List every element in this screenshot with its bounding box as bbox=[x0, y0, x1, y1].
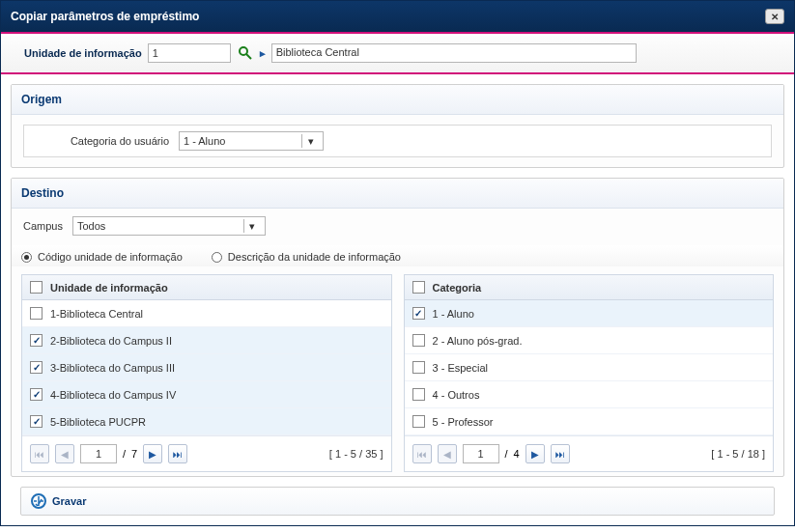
pager-total: 7 bbox=[131, 448, 137, 460]
categoria-label: Categoria do usuário bbox=[34, 135, 169, 147]
pager-slash: / bbox=[505, 448, 508, 460]
chevron-down-icon: ▾ bbox=[243, 219, 261, 233]
panels: Unidade de informação 1-Biblioteca Centr… bbox=[12, 266, 783, 476]
action-bar: Gravar bbox=[20, 487, 775, 516]
campus-value: Todos bbox=[77, 220, 105, 232]
titlebar: Copiar parâmetros de empréstimo ✕ bbox=[1, 1, 794, 34]
radio-codigo-label: Código unidade de informação bbox=[38, 251, 183, 263]
pager-range: [ 1 - 5 / 18 ] bbox=[711, 448, 765, 460]
list-item[interactable]: 3 - Especial bbox=[405, 354, 774, 381]
dialog-content: Unidade de informação ▸ Biblioteca Centr… bbox=[1, 34, 794, 525]
pager-first-button[interactable]: ⏮ bbox=[30, 444, 49, 463]
unit-panel-title: Unidade de informação bbox=[50, 282, 168, 294]
sections: Origem Categoria do usuário 1 - Aluno ▾ … bbox=[1, 74, 794, 525]
list-item[interactable]: 2-Biblioteca do Campus II bbox=[22, 327, 391, 354]
pager-last-button[interactable]: ⏭ bbox=[551, 444, 570, 463]
section-origem-body: Categoria do usuário 1 - Aluno ▾ bbox=[12, 115, 783, 167]
unit-item-checkbox[interactable] bbox=[30, 361, 43, 374]
dialog-title: Copiar parâmetros de empréstimo bbox=[11, 10, 199, 23]
pager-first-button[interactable]: ⏮ bbox=[412, 444, 432, 463]
categoria-value: 1 - Aluno bbox=[184, 135, 225, 147]
campus-select[interactable]: Todos ▾ bbox=[72, 216, 266, 236]
section-origem-header: Origem bbox=[12, 85, 783, 115]
categoria-item-checkbox[interactable] bbox=[412, 388, 425, 401]
pager-range: [ 1 - 5 / 35 ] bbox=[329, 448, 383, 460]
categoria-item-checkbox[interactable] bbox=[412, 307, 425, 320]
list-item[interactable]: 4 - Outros bbox=[405, 381, 774, 408]
pager-last-button[interactable]: ⏭ bbox=[168, 444, 187, 463]
gravar-label: Gravar bbox=[52, 495, 86, 507]
list-item[interactable]: 1-Biblioteca Central bbox=[22, 300, 391, 327]
unit-info-row: Unidade de informação ▸ Biblioteca Centr… bbox=[1, 36, 794, 74]
categoria-item-checkbox[interactable] bbox=[412, 361, 425, 374]
campus-label: Campus bbox=[23, 220, 63, 232]
unit-item-label: 1-Biblioteca Central bbox=[50, 308, 143, 320]
radio-descricao[interactable]: Descrição da unidade de informação bbox=[212, 251, 401, 263]
pager-total: 4 bbox=[514, 448, 520, 460]
list-item[interactable]: 1 - Aluno bbox=[405, 300, 774, 327]
pager-slash: / bbox=[123, 448, 126, 460]
categoria-panel-title: Categoria bbox=[433, 282, 482, 294]
categoria-select-all-checkbox[interactable] bbox=[412, 281, 425, 294]
close-icon: ✕ bbox=[771, 12, 779, 22]
section-destino: Destino Campus Todos ▾ Código unidade de… bbox=[11, 178, 784, 477]
list-item[interactable]: 3-Biblioteca do Campus III bbox=[22, 354, 391, 381]
radio-descricao-label: Descrição da unidade de informação bbox=[228, 251, 401, 263]
unit-code-input[interactable] bbox=[148, 43, 231, 63]
arrow-separator-icon: ▸ bbox=[260, 47, 266, 60]
unit-pager: ⏮ ◀ / 7 ▶ ⏭ [ 1 - 5 / 35 ] bbox=[22, 435, 391, 471]
list-item[interactable]: 5 - Professor bbox=[405, 408, 774, 435]
section-origem: Origem Categoria do usuário 1 - Aluno ▾ bbox=[11, 84, 784, 168]
categoria-item-label: 1 - Aluno bbox=[433, 308, 474, 320]
unit-item-checkbox[interactable] bbox=[30, 415, 43, 428]
unit-name-display: Biblioteca Central bbox=[271, 43, 637, 63]
categoria-item-label: 3 - Especial bbox=[433, 362, 488, 374]
section-destino-body: Campus Todos ▾ Código unidade de informa… bbox=[12, 209, 783, 476]
list-item[interactable]: 5-Biblioteca PUCPR bbox=[22, 408, 391, 435]
categoria-pager: ⏮ ◀ / 4 ▶ ⏭ [ 1 - 5 / 18 ] bbox=[405, 435, 774, 471]
categoria-select[interactable]: 1 - Aluno ▾ bbox=[179, 131, 324, 151]
categoria-item-label: 4 - Outros bbox=[433, 389, 480, 401]
pager-next-button[interactable]: ▶ bbox=[143, 444, 162, 463]
close-button[interactable]: ✕ bbox=[765, 9, 784, 24]
dialog: Copiar parâmetros de empréstimo ✕ Unidad… bbox=[0, 0, 795, 526]
categoria-item-checkbox[interactable] bbox=[412, 334, 425, 347]
list-item[interactable]: 2 - Aluno pós-grad. bbox=[405, 327, 774, 354]
svg-line-1 bbox=[246, 54, 251, 59]
categoria-item-label: 5 - Professor bbox=[433, 416, 494, 428]
categoria-panel-header: Categoria bbox=[405, 275, 774, 300]
unit-item-checkbox[interactable] bbox=[30, 307, 43, 320]
gravar-button[interactable]: Gravar bbox=[31, 493, 86, 509]
unit-item-label: 2-Biblioteca do Campus II bbox=[50, 335, 172, 347]
unit-select-all-checkbox[interactable] bbox=[30, 281, 43, 294]
radio-row: Código unidade de informação Descrição d… bbox=[12, 245, 783, 266]
unit-item-label: 3-Biblioteca do Campus III bbox=[50, 362, 175, 374]
chevron-down-icon: ▾ bbox=[301, 134, 319, 148]
unit-item-checkbox[interactable] bbox=[30, 334, 43, 347]
unit-item-label: 4-Biblioteca do Campus IV bbox=[50, 389, 176, 401]
svg-point-0 bbox=[240, 47, 247, 55]
section-destino-header: Destino bbox=[12, 179, 783, 209]
pager-prev-button[interactable]: ◀ bbox=[55, 444, 74, 463]
radio-icon bbox=[21, 252, 32, 263]
radio-icon bbox=[212, 252, 222, 263]
list-item[interactable]: 4-Biblioteca do Campus IV bbox=[22, 381, 391, 408]
categoria-panel: Categoria 1 - Aluno 2 - Aluno pós-grad. bbox=[404, 274, 775, 472]
categoria-item-checkbox[interactable] bbox=[412, 415, 425, 428]
lookup-icon[interactable] bbox=[237, 44, 254, 62]
pager-next-button[interactable]: ▶ bbox=[525, 444, 545, 463]
unit-item-checkbox[interactable] bbox=[30, 388, 43, 401]
categoria-item-label: 2 - Aluno pós-grad. bbox=[433, 335, 523, 347]
radio-codigo[interactable]: Código unidade de informação bbox=[21, 251, 183, 263]
pager-page-input[interactable] bbox=[463, 444, 499, 463]
unit-info-label: Unidade de informação bbox=[24, 47, 142, 59]
pager-prev-button[interactable]: ◀ bbox=[438, 444, 457, 463]
pager-page-input[interactable] bbox=[80, 444, 117, 463]
unit-item-label: 5-Biblioteca PUCPR bbox=[50, 416, 146, 428]
unit-panel: Unidade de informação 1-Biblioteca Centr… bbox=[21, 274, 392, 472]
save-icon bbox=[31, 493, 46, 509]
unit-panel-header: Unidade de informação bbox=[22, 275, 391, 300]
